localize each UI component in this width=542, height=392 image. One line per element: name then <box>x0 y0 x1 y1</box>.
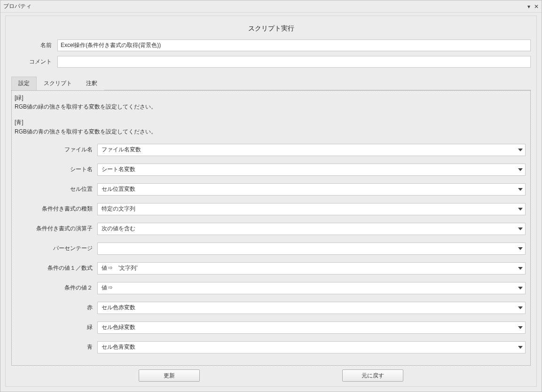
name-label: 名前 <box>11 41 54 49</box>
green-label: 緑 <box>15 323 94 331</box>
comment-input[interactable] <box>57 56 531 68</box>
form-rows: ファイル名 シート名 セル位置 <box>15 144 526 353</box>
blue-combo[interactable] <box>97 341 526 353</box>
tab-content: [緑] RGB値の緑の強さを取得する変数を設定してください。 [青] RGB値の… <box>11 90 531 366</box>
comment-label: コメント <box>11 58 54 66</box>
filename-combo[interactable] <box>97 144 526 156</box>
tab-annotation[interactable]: 注釈 <box>79 77 104 90</box>
name-row: 名前 <box>11 39 531 51</box>
filename-input[interactable] <box>97 144 526 156</box>
percentage-input[interactable] <box>97 243 526 255</box>
condtype-row: 条件付き書式の種類 <box>15 203 526 215</box>
main-panel: スクリプト実行 名前 コメント 設定 スクリプト 注釈 [緑] RGB値の緑の強… <box>5 16 537 387</box>
close-icon[interactable]: ✕ <box>534 4 539 9</box>
condval1-combo[interactable] <box>97 262 526 274</box>
header-fields: 名前 コメント <box>11 39 531 68</box>
filename-label: ファイル名 <box>15 146 94 154</box>
red-input[interactable] <box>97 302 526 314</box>
green-combo[interactable] <box>97 321 526 334</box>
cellpos-combo[interactable] <box>97 183 526 196</box>
green-desc-label: [緑] <box>15 94 526 102</box>
red-row: 赤 <box>15 302 526 314</box>
green-desc-text: RGB値の緑の強さを取得する変数を設定してください。 <box>15 102 526 111</box>
condop-label: 条件付き書式の演算子 <box>15 225 94 233</box>
sheetname-combo[interactable] <box>97 164 526 176</box>
cellpos-row: セル位置 <box>15 183 526 196</box>
condop-combo[interactable] <box>97 223 526 235</box>
titlebar: プロパティ ▾ ✕ <box>0 0 542 13</box>
comment-row: コメント <box>11 56 531 68</box>
condval1-label: 条件の値１／数式 <box>15 264 94 272</box>
properties-window: プロパティ ▾ ✕ スクリプト実行 名前 コメント 設定 スクリプト 注釈 <box>0 0 542 392</box>
scroll-area[interactable]: [緑] RGB値の緑の強さを取得する変数を設定してください。 [青] RGB値の… <box>14 93 528 363</box>
tab-bar: 設定 スクリプト 注釈 <box>11 76 531 90</box>
blue-label: 青 <box>15 343 94 351</box>
blue-input[interactable] <box>97 341 526 353</box>
green-row: 緑 <box>15 321 526 334</box>
dropdown-icon[interactable]: ▾ <box>527 4 530 9</box>
blue-desc-label: [青] <box>15 118 526 127</box>
update-button[interactable]: 更新 <box>139 369 200 382</box>
tab-script[interactable]: スクリプト <box>37 77 79 90</box>
condval1-row: 条件の値１／数式 <box>15 262 526 274</box>
panel-title: スクリプト実行 <box>11 20 531 39</box>
green-input[interactable] <box>97 321 526 334</box>
tab-settings[interactable]: 設定 <box>11 77 37 90</box>
cellpos-label: セル位置 <box>15 185 94 193</box>
condval2-combo[interactable] <box>97 282 526 294</box>
red-combo[interactable] <box>97 302 526 314</box>
percentage-combo[interactable] <box>97 243 526 255</box>
sheetname-label: シート名 <box>15 165 94 173</box>
condval2-row: 条件の値２ <box>15 282 526 294</box>
blue-row: 青 <box>15 341 526 353</box>
sheetname-row: シート名 <box>15 164 526 176</box>
blue-desc-text: RGB値の青の強さを取得する変数を設定してください。 <box>15 127 526 136</box>
window-title: プロパティ <box>3 2 527 10</box>
name-input[interactable] <box>57 39 531 51</box>
condtype-label: 条件付き書式の種類 <box>15 205 94 213</box>
condtype-input[interactable] <box>97 203 526 215</box>
percentage-row: パーセンテージ <box>15 243 526 255</box>
revert-button[interactable]: 元に戻す <box>342 369 403 382</box>
condtype-combo[interactable] <box>97 203 526 215</box>
filename-row: ファイル名 <box>15 144 526 156</box>
percentage-label: パーセンテージ <box>15 244 94 252</box>
description-block: [緑] RGB値の緑の強さを取得する変数を設定してください。 [青] RGB値の… <box>15 94 526 136</box>
window-controls: ▾ ✕ <box>527 4 539 9</box>
button-row: 更新 元に戻す <box>11 366 531 383</box>
condval2-input[interactable] <box>97 282 526 294</box>
cellpos-input[interactable] <box>97 183 526 196</box>
condval1-input[interactable] <box>97 262 526 274</box>
condval2-label: 条件の値２ <box>15 284 94 292</box>
condop-input[interactable] <box>97 223 526 235</box>
condop-row: 条件付き書式の演算子 <box>15 223 526 235</box>
sheetname-input[interactable] <box>97 164 526 176</box>
red-label: 赤 <box>15 304 94 312</box>
